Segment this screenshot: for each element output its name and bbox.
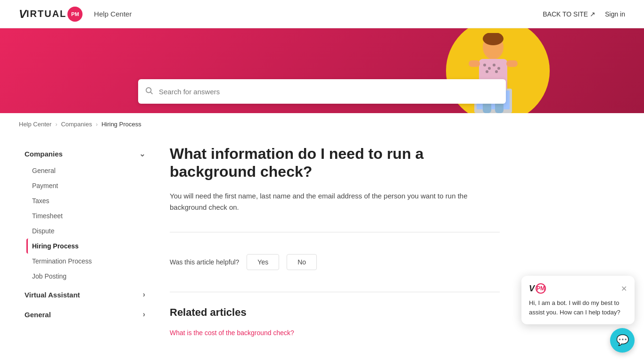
chevron-down-icon: ⌄ bbox=[139, 149, 145, 158]
chevron-right-icon-2: › bbox=[143, 310, 145, 319]
chatbot-header: V PM ✕ bbox=[529, 283, 627, 294]
chatbot-logo-v: V bbox=[529, 284, 535, 294]
article-divider bbox=[170, 232, 500, 232]
svg-point-7 bbox=[486, 70, 488, 73]
help-center-label: Help Center bbox=[94, 10, 132, 18]
logo-pm-text: PM bbox=[71, 11, 79, 17]
breadcrumb-current: Hiring Process bbox=[101, 121, 141, 128]
sidebar-section-va-header[interactable]: Virtual Assistant › bbox=[19, 286, 151, 304]
article-title: What information do I need to run a back… bbox=[170, 145, 500, 181]
logo-v: V bbox=[19, 8, 26, 21]
logo-pm-bg: PM bbox=[67, 7, 83, 22]
svg-point-5 bbox=[493, 64, 495, 66]
article-body: You will need the first name, last name … bbox=[170, 190, 500, 213]
svg-line-16 bbox=[150, 92, 152, 94]
chatbot-widget: V PM ✕ Hi, I am a bot. I will do my best… bbox=[521, 276, 635, 324]
article-content: What information do I need to run a back… bbox=[170, 145, 500, 339]
logo-irtual: iRTUAL bbox=[26, 8, 66, 19]
chevron-right-icon: › bbox=[143, 290, 145, 299]
breadcrumb-sep-2: › bbox=[96, 121, 98, 128]
breadcrumb-sep-1: › bbox=[55, 121, 57, 128]
related-articles-title: Related articles bbox=[170, 306, 500, 319]
article-divider-2 bbox=[170, 292, 500, 292]
svg-point-4 bbox=[488, 67, 491, 70]
helpful-no-button[interactable]: No bbox=[287, 254, 317, 270]
helpful-section: Was this article helpful? Yes No bbox=[170, 247, 500, 278]
sidebar-item-taxes[interactable]: Taxes bbox=[26, 193, 151, 208]
sidebar-section-general-header[interactable]: General › bbox=[19, 305, 151, 323]
back-to-site-text: BACK TO SITE bbox=[543, 10, 588, 18]
sidebar-item-payment[interactable]: Payment bbox=[26, 178, 151, 193]
svg-point-8 bbox=[495, 70, 498, 73]
sidebar-item-termination-process[interactable]: Termination Process bbox=[26, 254, 151, 269]
header-left: V iRTUAL PM Help Center bbox=[19, 7, 132, 22]
sidebar-section-companies-header[interactable]: Companies ⌄ bbox=[19, 145, 151, 163]
chatbot-logo-pm-text: PM bbox=[537, 285, 545, 292]
page-header: V iRTUAL PM Help Center BACK TO SITE ↗ S… bbox=[0, 0, 644, 28]
svg-rect-10 bbox=[506, 60, 518, 67]
search-container bbox=[138, 79, 506, 104]
sidebar-item-hiring-process[interactable]: Hiring Process bbox=[26, 239, 151, 254]
sidebar: Companies ⌄ General Payment Taxes Timesh… bbox=[19, 145, 151, 339]
svg-point-6 bbox=[497, 67, 500, 70]
sidebar-section-general-label: General bbox=[25, 311, 51, 319]
sidebar-section-companies-label: Companies bbox=[25, 150, 63, 158]
sign-in-link[interactable]: Sign in bbox=[605, 10, 625, 18]
breadcrumb-companies[interactable]: Companies bbox=[61, 121, 92, 128]
svg-point-15 bbox=[146, 88, 151, 93]
chatbot-message: Hi, I am a bot. I will do my best to ass… bbox=[529, 298, 627, 317]
sidebar-section-companies: Companies ⌄ General Payment Taxes Timesh… bbox=[19, 145, 151, 284]
header-right: BACK TO SITE ↗ Sign in bbox=[543, 10, 625, 18]
sidebar-section-va-label: Virtual Assistant bbox=[25, 291, 80, 299]
sidebar-item-job-posting[interactable]: Job Posting bbox=[26, 269, 151, 284]
chat-icon: 💬 bbox=[616, 334, 629, 346]
chatbot-close-button[interactable]: ✕ bbox=[621, 284, 627, 293]
logo-pm-wrap: PM bbox=[67, 7, 83, 22]
breadcrumb-help-center[interactable]: Help Center bbox=[19, 121, 51, 128]
sidebar-section-virtual-assistant: Virtual Assistant › bbox=[19, 286, 151, 304]
sidebar-item-dispute[interactable]: Dispute bbox=[26, 223, 151, 239]
helpful-yes-button[interactable]: Yes bbox=[247, 254, 279, 270]
back-to-site-link[interactable]: BACK TO SITE ↗ bbox=[543, 10, 595, 18]
chatbot-logo: V PM bbox=[529, 283, 546, 294]
sidebar-item-general[interactable]: General bbox=[26, 163, 151, 178]
search-input[interactable] bbox=[138, 79, 506, 104]
search-icon bbox=[145, 86, 153, 97]
svg-rect-9 bbox=[469, 60, 480, 67]
external-link-icon: ↗ bbox=[590, 10, 595, 18]
breadcrumb: Help Center › Companies › Hiring Process bbox=[0, 113, 644, 135]
hero-banner bbox=[0, 28, 644, 113]
sidebar-companies-items: General Payment Taxes Timesheet Dispute … bbox=[19, 163, 151, 284]
chat-fab-button[interactable]: 💬 bbox=[610, 328, 635, 349]
chatbot-logo-pm: PM bbox=[536, 283, 546, 294]
related-articles-section: Related articles What is the cost of the… bbox=[170, 306, 500, 339]
svg-point-3 bbox=[483, 64, 486, 66]
logo[interactable]: V iRTUAL PM bbox=[19, 7, 83, 22]
sidebar-item-timesheet[interactable]: Timesheet bbox=[26, 208, 151, 223]
helpful-label: Was this article helpful? bbox=[170, 258, 239, 266]
sidebar-section-general: General › bbox=[19, 305, 151, 323]
related-article-item[interactable]: What is the cost of the background check… bbox=[170, 326, 500, 339]
